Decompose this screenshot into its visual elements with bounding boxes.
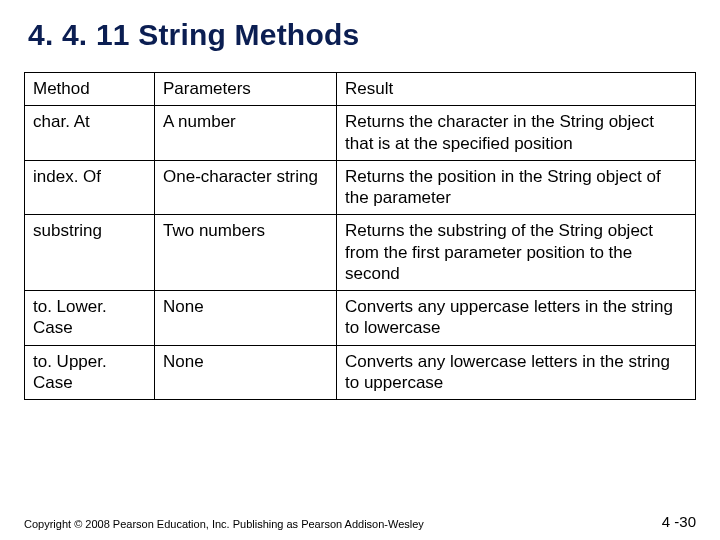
header-parameters: Parameters — [155, 73, 337, 106]
table-row: substring Two numbers Returns the substr… — [25, 215, 696, 291]
copyright-footer: Copyright © 2008 Pearson Education, Inc.… — [24, 518, 424, 530]
cell-method: index. Of — [25, 160, 155, 215]
table-header-row: Method Parameters Result — [25, 73, 696, 106]
table-row: to. Lower. Case None Converts any upperc… — [25, 291, 696, 346]
page-number: 4 -30 — [662, 513, 696, 530]
cell-parameters: None — [155, 345, 337, 400]
cell-result: Converts any uppercase letters in the st… — [337, 291, 696, 346]
page-title: 4. 4. 11 String Methods — [28, 18, 696, 52]
cell-method: char. At — [25, 106, 155, 161]
cell-parameters: A number — [155, 106, 337, 161]
cell-parameters: None — [155, 291, 337, 346]
cell-parameters: One-character string — [155, 160, 337, 215]
slide: 4. 4. 11 String Methods Method Parameter… — [0, 0, 720, 540]
header-result: Result — [337, 73, 696, 106]
cell-method: to. Lower. Case — [25, 291, 155, 346]
cell-result: Returns the character in the String obje… — [337, 106, 696, 161]
cell-result: Returns the substring of the String obje… — [337, 215, 696, 291]
cell-result: Converts any lowercase letters in the st… — [337, 345, 696, 400]
cell-result: Returns the position in the String objec… — [337, 160, 696, 215]
table-row: char. At A number Returns the character … — [25, 106, 696, 161]
methods-table: Method Parameters Result char. At A numb… — [24, 72, 696, 400]
table-row: index. Of One-character string Returns t… — [25, 160, 696, 215]
cell-method: substring — [25, 215, 155, 291]
cell-method: to. Upper. Case — [25, 345, 155, 400]
cell-parameters: Two numbers — [155, 215, 337, 291]
table-row: to. Upper. Case None Converts any lowerc… — [25, 345, 696, 400]
header-method: Method — [25, 73, 155, 106]
